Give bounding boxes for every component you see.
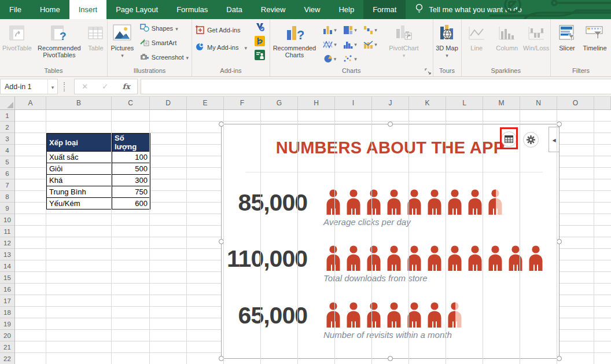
recommended-charts-button[interactable]: ? Recommended Charts — [271, 21, 318, 60]
column-header-J[interactable]: J — [372, 97, 409, 109]
row-header-17[interactable]: 17 — [0, 295, 14, 307]
row-header-18[interactable]: 18 — [0, 307, 14, 318]
table-cell[interactable]: 300 — [112, 175, 150, 186]
row-header-7[interactable]: 7 — [0, 179, 14, 191]
screenshot-button[interactable]: Screenshot — [138, 51, 190, 64]
insert-pie-chart-button[interactable] — [320, 52, 340, 65]
column-header-N[interactable]: N — [520, 97, 557, 109]
row-header-3[interactable]: 3 — [0, 133, 14, 145]
column-header-E[interactable]: E — [187, 97, 224, 109]
column-header-L[interactable]: L — [446, 97, 483, 109]
name-box[interactable]: Add-in 1 — [0, 79, 58, 94]
row-header-16[interactable]: 16 — [0, 284, 14, 295]
row-header-10[interactable]: 10 — [0, 214, 14, 226]
column-header-B[interactable]: B — [46, 97, 112, 109]
chart-settings-button[interactable] — [523, 132, 539, 148]
tab-review[interactable]: Review — [252, 0, 295, 19]
row-header-22[interactable]: 22 — [0, 353, 14, 364]
column-header-H[interactable]: H — [298, 97, 335, 109]
column-header-G[interactable]: G — [261, 97, 298, 109]
column-header-partial[interactable] — [594, 97, 611, 109]
pictures-button[interactable]: Pictures — [109, 21, 136, 60]
insert-hierarchy-chart-button[interactable] — [340, 23, 360, 36]
row-header-9[interactable]: 9 — [0, 203, 14, 214]
column-header-K[interactable]: K — [409, 97, 446, 109]
column-header-O[interactable]: O — [557, 97, 594, 109]
tab-view[interactable]: View — [295, 0, 329, 19]
column-header-C[interactable]: C — [112, 97, 150, 109]
insert-waterfall-chart-button[interactable] — [360, 23, 380, 36]
column-header-A[interactable]: A — [15, 97, 46, 109]
row-header-12[interactable]: 12 — [0, 237, 14, 249]
resize-handle-bottom-right[interactable] — [557, 356, 562, 361]
bing-maps-icon[interactable] — [255, 36, 265, 48]
tab-home[interactable]: Home — [31, 0, 69, 19]
column-header-M[interactable]: M — [483, 97, 520, 109]
insert-scatter-chart-button[interactable] — [340, 52, 360, 65]
row-header-13[interactable]: 13 — [0, 249, 14, 260]
row-header-4[interactable]: 4 — [0, 145, 14, 156]
table-cell[interactable]: Yếu/Kém — [47, 198, 112, 209]
resize-handle-top-right[interactable] — [557, 122, 562, 127]
row-header-21[interactable]: 21 — [0, 341, 14, 353]
charts-dialog-launcher-icon[interactable] — [425, 68, 432, 75]
row-header-19[interactable]: 19 — [0, 318, 14, 330]
timeline-button[interactable]: Timeline — [580, 21, 610, 53]
table-cell[interactable]: Giỏi — [47, 163, 112, 175]
row-header-11[interactable]: 11 — [0, 226, 14, 237]
resize-handle-top-middle[interactable] — [388, 122, 393, 127]
insert-column-chart-button[interactable] — [320, 23, 340, 36]
tab-format[interactable]: Format — [363, 0, 406, 19]
tab-help[interactable]: Help — [329, 0, 363, 19]
row-header-20[interactable]: 20 — [0, 330, 14, 341]
chart-collapse-button[interactable] — [549, 127, 559, 152]
table-cell[interactable]: Xuất sắc — [47, 152, 112, 163]
formula-input[interactable] — [141, 79, 611, 94]
slicer-button[interactable]: Slicer — [554, 21, 580, 53]
insert-line-chart-button[interactable] — [320, 37, 340, 51]
table-cell[interactable]: 600 — [112, 198, 150, 209]
recommended-pivottables-button[interactable]: ? Recommended PivotTables — [33, 21, 86, 60]
tab-page-layout[interactable]: Page Layout — [106, 0, 167, 19]
tab-formulas[interactable]: Formulas — [167, 0, 217, 19]
column-header-D[interactable]: D — [150, 97, 187, 109]
row-header-14[interactable]: 14 — [0, 260, 14, 272]
column-header-I[interactable]: I — [335, 97, 372, 109]
visio-data-visualizer-icon[interactable] — [255, 22, 265, 34]
insert-combo-chart-button[interactable] — [360, 37, 380, 51]
table-header-cell[interactable]: Xếp loại — [47, 134, 112, 152]
get-addins-button[interactable]: Get Add-ins — [193, 24, 255, 36]
3d-map-button[interactable]: 3D Map — [435, 21, 460, 60]
name-box-dropdown[interactable] — [47, 79, 57, 94]
table-header-cell[interactable]: Số lượng — [112, 134, 150, 152]
row-header-15[interactable]: 15 — [0, 272, 14, 284]
worksheet-grid[interactable]: 12345678910111213141516171819202122 Xếp … — [0, 110, 611, 364]
people-graph-icon[interactable] — [255, 50, 265, 62]
table-cell[interactable]: 500 — [112, 163, 150, 175]
smartart-button[interactable]: SmartArt — [138, 36, 190, 49]
column-header-F[interactable]: F — [224, 97, 261, 109]
insert-histogram-chart-button[interactable] — [340, 37, 360, 51]
shapes-button[interactable]: Shapes — [138, 22, 190, 35]
table-cell[interactable]: 100 — [112, 152, 150, 163]
row-header-1[interactable]: 1 — [0, 110, 14, 122]
ribbon-group-sparklines: Line Column Win/Loss Sparklines — [462, 19, 551, 76]
tab-data[interactable]: Data — [217, 0, 251, 19]
formula-bar-resize-handle[interactable] — [64, 82, 71, 91]
resize-handle-bottom-middle[interactable] — [388, 356, 393, 361]
row-header-8[interactable]: 8 — [0, 191, 14, 203]
row-header-2[interactable]: 2 — [0, 122, 14, 133]
my-addins-button[interactable]: My Add-ins — [193, 41, 255, 54]
select-all-corner[interactable] — [0, 97, 15, 109]
row-header-6[interactable]: 6 — [0, 168, 14, 179]
people-graph-chart[interactable]: NUMBERS ABOUT THE APP 85,000Average clic… — [221, 124, 560, 359]
insert-function-icon[interactable]: fx — [123, 82, 130, 91]
tab-insert[interactable]: Insert — [69, 0, 107, 19]
table-cell[interactable]: Trung Bình — [47, 186, 112, 198]
table-cell[interactable]: Khá — [47, 175, 112, 186]
table-cell[interactable]: 750 — [112, 186, 150, 198]
tell-me-box[interactable]: Tell me what you want to do — [415, 0, 521, 19]
resize-handle-middle-right[interactable] — [557, 239, 562, 244]
tab-file[interactable]: File — [0, 0, 31, 19]
row-header-5[interactable]: 5 — [0, 156, 14, 168]
